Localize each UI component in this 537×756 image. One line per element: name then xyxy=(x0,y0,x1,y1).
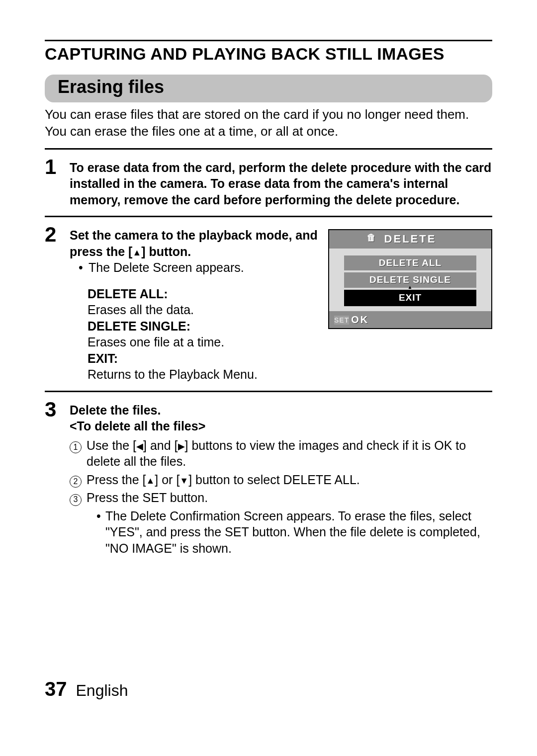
right-triangle-icon: ▶ xyxy=(178,442,185,451)
lcd-option-delete-all: DELETE ALL xyxy=(344,255,476,271)
page-number: 37 xyxy=(45,678,67,700)
option-definitions: DELETE ALL: Erases all the data. DELETE … xyxy=(70,286,322,383)
circled-1-icon: 1 xyxy=(70,441,82,453)
page-title: CAPTURING AND PLAYING BACK STILL IMAGES xyxy=(45,44,492,64)
circled-3-icon: 3 xyxy=(70,494,82,506)
up-triangle-icon: ▲ xyxy=(132,248,141,257)
lcd-option-exit: EXIT xyxy=(344,290,476,306)
trash-icon: 🗑 xyxy=(367,232,377,244)
intro-text: You can erase files that are stored on t… xyxy=(45,106,492,140)
delete-screen-illustration: 🗑 DELETE DELETE ALL DELETE SINGLE EXIT S… xyxy=(328,229,492,329)
up-triangle-icon: ▲ xyxy=(146,476,155,485)
left-triangle-icon: ◀ xyxy=(136,442,143,451)
section-heading: Erasing files xyxy=(45,75,492,102)
step-1: 1 To erase data from the card, perform t… xyxy=(45,157,492,208)
language-label: English xyxy=(76,681,128,699)
circled-2-icon: 2 xyxy=(70,476,82,488)
step-2: 2 Set the camera to the playback mode, a… xyxy=(45,224,492,383)
down-triangle-icon: ▼ xyxy=(179,476,188,485)
page-footer: 37English xyxy=(45,678,128,700)
set-label-icon: SET xyxy=(334,316,349,325)
step-3: 3 Delete the files. <To delete all the f… xyxy=(45,399,492,559)
